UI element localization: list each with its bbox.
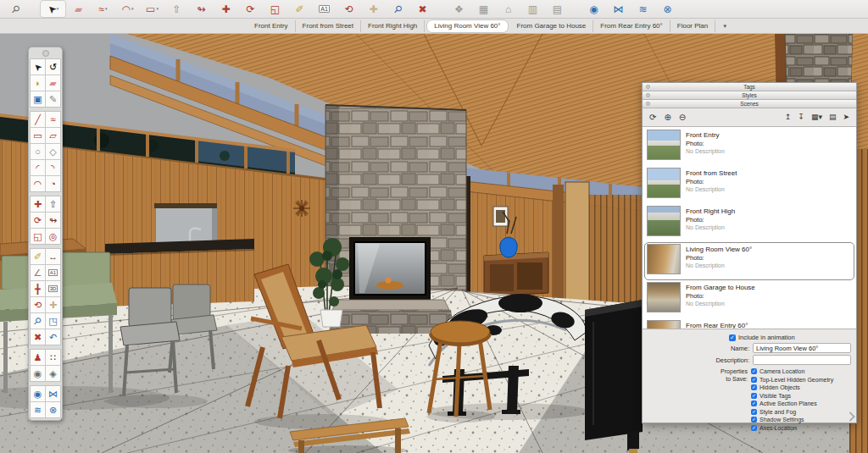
move-tool[interactable]: ✚ <box>31 196 45 212</box>
walk-tool[interactable]: ∷ <box>46 350 60 365</box>
polygon-tool[interactable]: ◇ <box>46 144 60 159</box>
wall-clock[interactable] <box>293 200 310 217</box>
move-scene-down-button[interactable]: ↧ <box>798 113 804 121</box>
scene-list-item[interactable]: Living Room View 60°Photo:No Description <box>645 243 854 279</box>
panel-icon-1[interactable]: ▥ <box>520 1 545 17</box>
panel-arrow-button[interactable]: ➤ <box>843 113 849 121</box>
show-details-button[interactable]: ▤ <box>829 113 837 121</box>
collapse-dot-icon[interactable] <box>646 93 650 97</box>
display-section-planes-toggle[interactable]: ⋈ <box>606 1 631 17</box>
scene-tab[interactable]: From Garage to House <box>510 20 594 32</box>
select-tool[interactable]: ➤ <box>31 59 45 75</box>
move-tool[interactable]: ✚ <box>214 1 238 17</box>
property-checkbox[interactable]: ✓ <box>751 377 757 383</box>
push-pull-tool[interactable]: ⇧ <box>164 1 189 17</box>
lasso-tool[interactable]: ↺ <box>46 59 60 75</box>
text-tool[interactable]: A1 <box>312 1 337 17</box>
display-section-planes-toggle[interactable]: ⋈ <box>46 386 60 401</box>
rectangle-tool[interactable]: ▭ <box>31 128 45 143</box>
remove-scene-button[interactable]: ⊖ <box>679 113 686 122</box>
scene-tab[interactable]: Front from Street <box>296 20 361 32</box>
freehand-tool[interactable]: ≈ <box>46 112 60 127</box>
rotate-tool[interactable]: ⟳ <box>238 1 263 17</box>
eraser-tool[interactable]: ▰ <box>66 1 91 17</box>
panel-tab-scenes[interactable]: Scenes <box>643 100 856 108</box>
scene-tab[interactable]: Front Right High <box>361 20 425 32</box>
make-component-tool[interactable]: ▣ <box>31 91 45 107</box>
position-camera-tool[interactable]: ♟ <box>31 350 45 365</box>
include-animation-checkbox[interactable]: ✓ <box>729 334 736 341</box>
offset-tool[interactable]: ◎ <box>46 229 60 244</box>
select-tool[interactable]: ➤▾ <box>40 0 66 18</box>
text-tool[interactable]: A1 <box>46 265 60 280</box>
pan-tool[interactable]: ✚ <box>46 297 60 312</box>
tab-overflow-button[interactable]: ▼ <box>715 24 734 29</box>
display-section-fill-toggle[interactable]: ⊗ <box>655 1 680 17</box>
scene-name-input[interactable] <box>753 343 851 353</box>
line-tool[interactable]: ╱ <box>31 112 45 127</box>
scene-description-input[interactable] <box>753 355 851 365</box>
zoom-region-tool[interactable]: ⚲ <box>3 1 28 17</box>
section-plane-tool[interactable]: ◉ <box>31 386 45 401</box>
scale-tool[interactable]: ◱ <box>263 1 287 17</box>
view-options-button[interactable]: ▦▾ <box>811 113 822 121</box>
property-checkbox[interactable]: ✓ <box>751 425 757 431</box>
rectangle-tool[interactable]: ▭▾ <box>140 1 164 17</box>
zoom-extents-tool[interactable]: ✖ <box>31 329 45 345</box>
section-plane-tool[interactable]: ◉ <box>581 1 606 17</box>
two-point-arc-tool[interactable]: ◝ <box>46 160 60 175</box>
move-scene-up-button[interactable]: ↥ <box>785 113 792 121</box>
protractor-tool[interactable]: ∠ <box>31 265 45 280</box>
scene-list-item[interactable]: From Garage to HousePhoto:No Description <box>645 281 854 318</box>
paint-bucket-tool[interactable]: ◗ <box>31 75 45 91</box>
panel-icon-2[interactable]: ▤ <box>545 1 570 17</box>
palette-close-button[interactable] <box>42 50 49 57</box>
property-checkbox[interactable]: ✓ <box>751 368 757 374</box>
compass-icon[interactable]: ◈ <box>46 366 60 381</box>
scene-list-item[interactable]: Front EntryPhoto:No Description <box>645 129 854 165</box>
property-checkbox[interactable]: ✓ <box>751 409 757 415</box>
sideboard-cabinet[interactable] <box>484 252 548 296</box>
three-point-arc-tool[interactable]: ◠ <box>31 176 45 191</box>
scene-tab[interactable]: From Rear Entry 60° <box>593 20 670 32</box>
zoom-tool[interactable]: ⚲ <box>386 1 410 17</box>
pencil-tool[interactable]: ✎ <box>46 91 60 107</box>
zoom-extents-tool[interactable]: ✖ <box>410 1 435 17</box>
piano[interactable] <box>585 300 643 453</box>
pie-tool[interactable]: ◔ <box>46 176 60 191</box>
pan-tool[interactable]: ✚ <box>361 1 386 17</box>
home-icon[interactable]: ⌂ <box>496 1 520 17</box>
follow-me-tool[interactable]: ↬ <box>46 213 60 228</box>
dimension-tool[interactable]: ↔ <box>46 249 60 264</box>
collapse-dot-icon[interactable] <box>646 85 650 89</box>
scene-list[interactable]: Front EntryPhoto:No DescriptionFront fro… <box>643 126 856 329</box>
zoom-tool[interactable]: ⚲ <box>31 313 45 329</box>
look-around-tool[interactable]: ◉ <box>31 366 45 381</box>
arc-tool[interactable]: ◜ <box>31 160 45 175</box>
materials-icon[interactable]: ▦ <box>471 1 496 17</box>
scene-list-item[interactable]: Front from StreetPhoto:No Description <box>645 167 854 203</box>
collapse-dot-icon[interactable] <box>646 102 650 106</box>
scale-tool[interactable]: ◱ <box>31 229 45 244</box>
display-section-fill-toggle[interactable]: ⊗ <box>46 402 60 417</box>
scene-tab[interactable]: Living Room View 60° <box>426 19 508 33</box>
tape-measure-tool[interactable]: ✐ <box>31 249 45 264</box>
components-icon[interactable]: ❖ <box>447 1 471 17</box>
property-checkbox[interactable]: ✓ <box>751 393 757 399</box>
scene-tab[interactable]: Floor Plan <box>670 20 715 32</box>
property-checkbox[interactable]: ✓ <box>751 417 757 423</box>
previous-view-tool[interactable]: ↶ <box>46 329 60 345</box>
rotated-rectangle-tool[interactable]: ▱ <box>46 128 60 143</box>
eraser-tool[interactable]: ▰ <box>46 75 60 91</box>
scene-tab[interactable]: Front Entry <box>248 20 296 32</box>
property-checkbox[interactable]: ✓ <box>751 384 757 390</box>
scene-list-item[interactable]: Front Right HighPhoto:No Description <box>645 205 854 241</box>
push-pull-tool[interactable]: ⇧ <box>46 196 60 212</box>
tape-measure-tool[interactable]: ✐ <box>287 1 312 17</box>
axes-tool[interactable]: ╋ <box>31 281 45 296</box>
3d-text-tool[interactable]: 3D <box>46 281 60 296</box>
arc-tool[interactable]: ◠▾ <box>115 1 140 17</box>
property-checkbox[interactable]: ✓ <box>751 401 757 406</box>
follow-me-tool[interactable]: ↬ <box>189 1 214 17</box>
rotate-tool[interactable]: ⟳ <box>31 213 45 228</box>
